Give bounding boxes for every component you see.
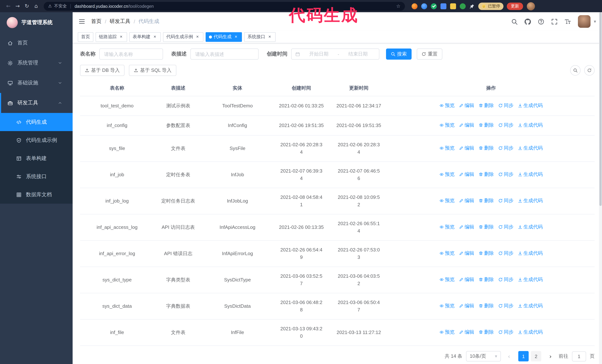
breadcrumb-home[interactable]: 首页 <box>91 18 101 25</box>
caret-down-icon[interactable]: ▼ <box>594 20 596 23</box>
refresh-table-button[interactable] <box>584 65 595 75</box>
extension-icon[interactable] <box>431 3 437 9</box>
extension-icon[interactable] <box>421 3 427 9</box>
preview-link[interactable]: 预览 <box>439 276 455 283</box>
breadcrumb-devtools[interactable]: 研发工具 <box>110 18 130 25</box>
bookmark-star-icon[interactable]: ☆ <box>396 3 400 9</box>
sidebar-item-home[interactable]: 首页 <box>0 33 73 53</box>
delete-link[interactable]: 删除 <box>479 102 494 109</box>
sync-link[interactable]: 同步 <box>498 223 514 231</box>
paused-badge[interactable]: 已暂停 <box>478 2 504 10</box>
generate-link[interactable]: 生成代码 <box>518 197 543 204</box>
scrollbar-thumb[interactable] <box>599 12 602 206</box>
sidebar-item-db-doc[interactable]: 数据库文档 <box>0 186 73 204</box>
tab-表单构建[interactable]: 表单构建× <box>129 32 161 42</box>
browser-home-icon[interactable]: ⌂ <box>32 1 41 11</box>
table-desc-input[interactable] <box>190 49 258 60</box>
sync-link[interactable]: 同步 <box>498 102 514 109</box>
edit-link[interactable]: 编辑 <box>459 223 474 231</box>
generate-link[interactable]: 生成代码 <box>518 122 543 129</box>
sidebar-item-system[interactable]: 系统管理 <box>0 53 73 73</box>
edit-link[interactable]: 编辑 <box>459 302 474 310</box>
address-bar[interactable]: ⚠ 不安全 dashboard.yudao.iocoder.cn/tool/co… <box>44 2 405 10</box>
generate-link[interactable]: 生成代码 <box>518 102 543 109</box>
generate-link[interactable]: 生成代码 <box>518 250 543 257</box>
preview-link[interactable]: 预览 <box>439 197 455 204</box>
import-sql-button[interactable]: 基于 SQL 导入 <box>129 65 177 76</box>
extension-icon[interactable] <box>450 3 456 9</box>
edit-link[interactable]: 编辑 <box>459 145 474 152</box>
delete-link[interactable]: 删除 <box>479 197 494 204</box>
edit-link[interactable]: 编辑 <box>459 197 474 204</box>
tab-close-icon[interactable]: × <box>152 34 157 40</box>
font-size-icon[interactable] <box>565 18 571 25</box>
sidebar-item-devtools[interactable]: 研发工具 <box>0 93 73 113</box>
tab-链路追踪[interactable]: 链路追踪× <box>96 32 127 42</box>
preview-link[interactable]: 预览 <box>439 302 455 310</box>
fullscreen-icon[interactable] <box>551 18 558 25</box>
browser-reload-icon[interactable]: ↻ <box>22 1 32 11</box>
update-button[interactable]: 更新 <box>507 2 523 10</box>
generate-link[interactable]: 生成代码 <box>518 328 543 336</box>
tab-close-icon[interactable]: × <box>118 34 124 40</box>
generate-link[interactable]: 生成代码 <box>518 302 543 310</box>
browser-profile-avatar[interactable] <box>527 2 535 10</box>
delete-link[interactable]: 删除 <box>479 145 494 152</box>
delete-link[interactable]: 删除 <box>479 250 494 257</box>
search-button[interactable]: 搜索 <box>386 49 412 60</box>
sync-link[interactable]: 同步 <box>498 171 514 178</box>
edit-link[interactable]: 编辑 <box>459 122 474 129</box>
sync-link[interactable]: 同步 <box>498 122 514 129</box>
sync-link[interactable]: 同步 <box>498 197 514 204</box>
tab-close-icon[interactable]: × <box>233 34 239 40</box>
tab-系统接口[interactable]: 系统接口× <box>244 32 276 42</box>
edit-link[interactable]: 编辑 <box>459 328 474 336</box>
page-button-2[interactable]: 2 <box>531 351 541 361</box>
toggle-search-button[interactable] <box>570 65 580 75</box>
preview-link[interactable]: 预览 <box>439 250 455 257</box>
delete-link[interactable]: 删除 <box>479 171 494 178</box>
extension-icon[interactable] <box>460 3 466 9</box>
browser-forward-icon[interactable]: → <box>13 1 22 11</box>
hamburger-icon[interactable] <box>78 18 85 25</box>
sidebar-item-codegen[interactable]: 代码生成 <box>0 113 73 131</box>
preview-link[interactable]: 预览 <box>439 102 455 109</box>
prev-page-button[interactable]: ‹ <box>505 351 514 361</box>
sync-link[interactable]: 同步 <box>498 145 514 152</box>
import-db-button[interactable]: 基于 DB 导入 <box>80 65 125 76</box>
generate-link[interactable]: 生成代码 <box>518 276 543 283</box>
extension-icon[interactable] <box>412 3 418 9</box>
page-button-1[interactable]: 1 <box>518 351 529 361</box>
reset-button[interactable]: 重置 <box>417 49 442 60</box>
edit-link[interactable]: 编辑 <box>459 276 474 283</box>
sync-link[interactable]: 同步 <box>498 328 514 336</box>
preview-link[interactable]: 预览 <box>439 171 455 178</box>
sync-link[interactable]: 同步 <box>498 276 514 283</box>
generate-link[interactable]: 生成代码 <box>518 171 543 178</box>
extension-icon[interactable] <box>441 3 446 9</box>
delete-link[interactable]: 删除 <box>479 122 494 129</box>
next-page-button[interactable]: › <box>546 351 555 361</box>
table-name-input[interactable] <box>99 49 163 60</box>
preview-link[interactable]: 预览 <box>439 328 455 336</box>
tab-代码生成示例[interactable]: 代码生成示例× <box>163 32 203 42</box>
sidebar-item-system-api[interactable]: 系统接口 <box>0 167 73 186</box>
delete-link[interactable]: 删除 <box>479 223 494 231</box>
generate-link[interactable]: 生成代码 <box>518 223 543 231</box>
logo[interactable]: 芋道管理系统 <box>0 12 73 33</box>
generate-link[interactable]: 生成代码 <box>518 145 543 152</box>
sidebar-item-form-builder[interactable]: 表单构建 <box>0 149 73 167</box>
sidebar-item-infra[interactable]: 基础设施 <box>0 73 73 93</box>
preview-link[interactable]: 预览 <box>439 223 455 231</box>
tab-代码生成[interactable]: 代码生成× <box>206 32 242 42</box>
header-search-icon[interactable] <box>511 18 517 25</box>
github-icon[interactable] <box>525 18 531 25</box>
tab-close-icon[interactable]: × <box>195 34 200 40</box>
browser-back-icon[interactable]: ← <box>4 1 13 11</box>
delete-link[interactable]: 删除 <box>479 302 494 310</box>
goto-page-input[interactable] <box>572 351 586 361</box>
delete-link[interactable]: 删除 <box>479 328 494 336</box>
help-icon[interactable] <box>538 18 544 25</box>
sidebar-item-codegen-example[interactable]: 代码生成示例 <box>0 131 73 149</box>
tab-首页[interactable]: 首页 <box>78 32 93 42</box>
